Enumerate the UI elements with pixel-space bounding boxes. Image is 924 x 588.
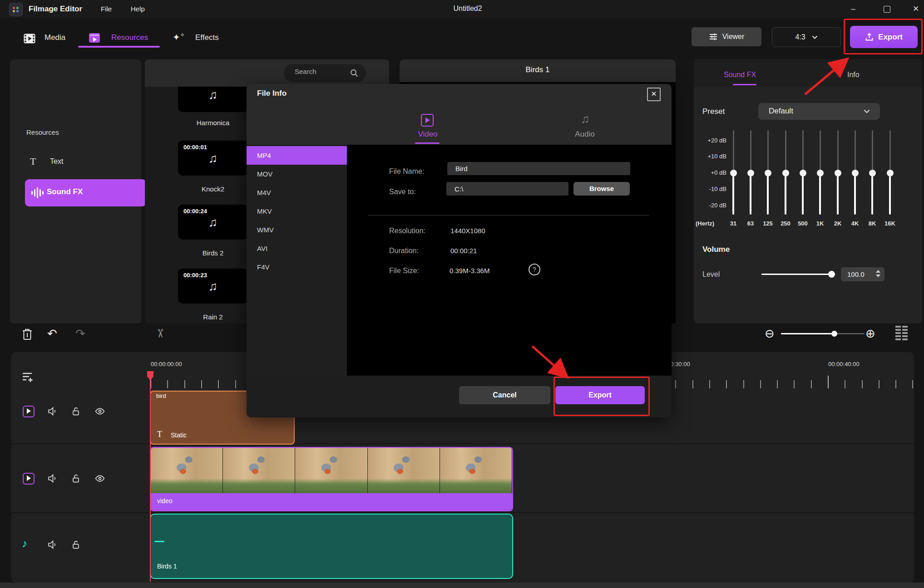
maximize-button[interactable] [879, 3, 894, 15]
close-button[interactable]: ✕ [908, 3, 924, 15]
eq-slider-thumb[interactable] [747, 170, 754, 176]
format-option-mp4[interactable]: MP4 [247, 146, 347, 165]
preview-header: Birds 1 [400, 59, 676, 82]
music-note-icon: ♫ [178, 88, 248, 102]
resources-sidebar: Resources T Text Sound FX [10, 59, 141, 323]
eq-slider-thumb[interactable] [782, 170, 789, 176]
eq-db-label: -10 dB [694, 186, 726, 192]
eq-slider-1k[interactable] [816, 130, 824, 215]
aspect-ratio-dropdown[interactable]: 4:3 [772, 27, 841, 47]
search-input[interactable] [294, 67, 346, 76]
eq-slider-thumb[interactable] [800, 170, 806, 176]
ruler-tick [692, 380, 693, 388]
format-option-wmv[interactable]: WMV [247, 220, 347, 239]
eq-slider-63[interactable] [747, 130, 754, 215]
soundfx-tab-underline [733, 84, 756, 85]
cancel-button[interactable]: Cancel [459, 386, 550, 404]
level-slider-thumb[interactable] [828, 271, 835, 278]
viewer-button[interactable]: Viewer [692, 27, 761, 46]
format-option-m4v[interactable]: M4V [247, 183, 347, 202]
lock-icon[interactable] [70, 406, 81, 417]
eq-slider-16k[interactable] [886, 130, 894, 215]
menu-file[interactable]: File [101, 5, 112, 13]
format-option-f4v[interactable]: F4V [247, 258, 347, 276]
redo-icon[interactable]: ↷ [75, 328, 85, 339]
timeline-zoom-slider[interactable] [781, 333, 835, 334]
eq-slider-31[interactable] [730, 130, 737, 215]
eq-slider-8k[interactable] [869, 130, 876, 215]
eye-icon[interactable] [94, 406, 106, 417]
file-name-input[interactable] [447, 162, 630, 175]
minimize-button[interactable]: – [845, 3, 861, 15]
level-slider-track[interactable] [761, 274, 830, 275]
tab-sound-fx[interactable]: Sound FX [724, 71, 756, 79]
eq-slider-125[interactable] [764, 130, 771, 215]
tab-effects[interactable]: Effects [195, 33, 219, 42]
eq-slider-500[interactable] [799, 130, 806, 215]
eq-freq-label: 16K [880, 220, 900, 227]
format-option-mov[interactable]: MOV [247, 165, 347, 183]
sound-card-birds2[interactable]: 00:00:24 ♫ [178, 205, 248, 240]
eq-slider-thumb[interactable] [887, 170, 894, 176]
dialog-title: File Info [257, 89, 287, 98]
eq-slider-thumb[interactable] [765, 170, 771, 176]
duration-label: Duration: [389, 247, 419, 255]
ruler-tick [167, 380, 168, 388]
mute-icon[interactable] [47, 539, 58, 550]
format-option-mkv[interactable]: MKV [247, 202, 347, 220]
help-icon[interactable]: ? [529, 264, 540, 275]
zoom-in-icon[interactable]: ⊕ [865, 328, 875, 339]
delete-button[interactable] [21, 328, 34, 341]
eq-slider-thumb[interactable] [730, 170, 737, 176]
level-stepper[interactable] [876, 270, 880, 277]
eq-slider-thumb[interactable] [835, 170, 841, 176]
eq-slider-2k[interactable] [834, 130, 841, 215]
browse-button[interactable]: Browse [573, 182, 630, 196]
eq-slider-4k[interactable] [851, 130, 859, 215]
lock-icon[interactable] [70, 539, 81, 550]
eye-icon[interactable] [94, 473, 106, 484]
dialog-tab-audio[interactable]: Audio [564, 130, 605, 139]
horizontal-scrollbar[interactable] [0, 583, 924, 588]
scissors-icon[interactable]: ✂ [154, 328, 166, 338]
eq-slider-thumb[interactable] [852, 170, 859, 176]
save-to-label: Save to: [389, 188, 416, 196]
sound-card-knock2[interactable]: 00:00:01 ♫ [178, 141, 248, 176]
music-note-icon: ♫ [178, 216, 248, 230]
timeline-zoom-slider-rest[interactable] [835, 333, 865, 334]
dialog-tab-video[interactable]: Video [407, 130, 448, 139]
undo-icon[interactable]: ↶ [47, 328, 57, 339]
timeline-clip-video[interactable]: video [150, 447, 513, 511]
tab-media[interactable]: Media [44, 33, 65, 42]
level-value-box[interactable]: 100.0 [841, 267, 884, 281]
sidebar-item-soundfx[interactable]: Sound FX [25, 179, 146, 206]
format-option-avi[interactable]: AVI [247, 239, 347, 258]
search-box[interactable] [284, 64, 366, 82]
eq-slider-thumb[interactable] [869, 170, 876, 176]
timeline-zoom-thumb[interactable] [831, 331, 837, 337]
track-height-icon[interactable] [895, 325, 908, 342]
zoom-out-icon[interactable]: ⊖ [765, 328, 775, 339]
text-clip-label: Static [171, 431, 187, 439]
eq-db-label: +20 dB [694, 137, 726, 144]
sidebar-item-text[interactable]: T Text [25, 154, 146, 174]
file-size-value: 0.39M-3.36M [450, 267, 489, 274]
mute-icon[interactable] [47, 406, 58, 417]
track-enable-icon[interactable] [23, 406, 35, 417]
eq-slider-250[interactable] [782, 130, 789, 215]
timeline-clip-audio[interactable]: Birds 1 [150, 514, 513, 579]
eq-slider-thumb[interactable] [817, 170, 824, 176]
tab-resources[interactable]: Resources [111, 33, 148, 42]
menu-help[interactable]: Help [131, 5, 145, 13]
track-enable-icon[interactable] [23, 473, 35, 485]
ruler-tick [862, 380, 863, 388]
preset-dropdown[interactable]: Default [758, 103, 880, 120]
lock-icon[interactable] [70, 473, 81, 484]
mute-icon[interactable] [47, 473, 58, 484]
save-to-input[interactable] [446, 182, 568, 196]
maximize-icon [884, 6, 890, 13]
dialog-close-button[interactable]: ✕ [647, 88, 661, 101]
format-list: MP4 MOV M4V MKV WMV AVI F4V [247, 145, 347, 376]
sound-card-rain2[interactable]: 00:00:23 ♫ [178, 269, 248, 304]
playhead-line[interactable] [150, 371, 151, 582]
